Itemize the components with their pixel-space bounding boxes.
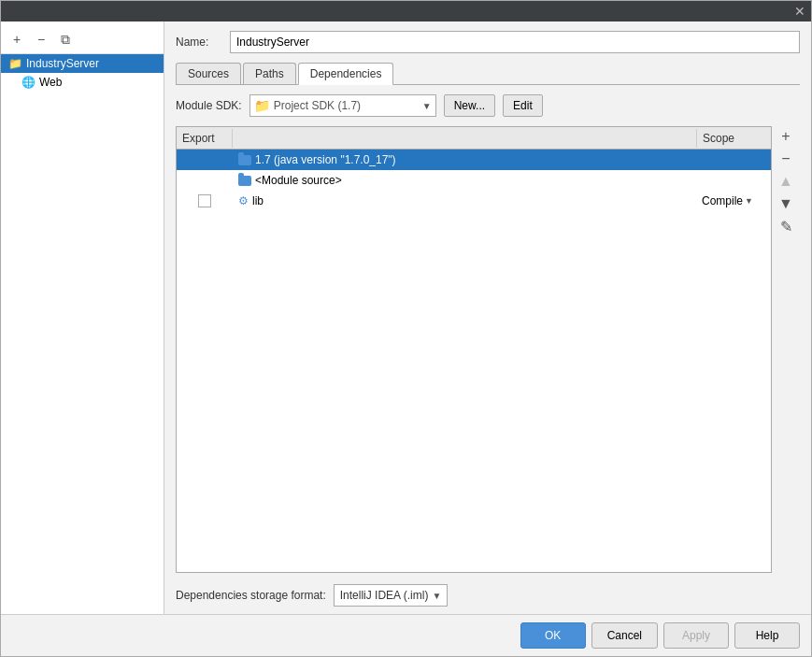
deps-edit-button[interactable]: ✎ [776,216,796,236]
storage-format-arrow-icon: ▼ [432,591,441,601]
ok-button[interactable]: OK [520,622,586,649]
name-row: Name: [176,31,800,53]
deps-row-sdk-name: 1.7 (java version "1.7.0_17") [233,151,696,168]
storage-format-dropdown[interactable]: IntelliJ IDEA (.iml) ▼ [334,584,449,607]
deps-table-header: Export Scope [177,127,771,150]
deps-up-button[interactable]: ▲ [776,171,796,192]
sidebar-add-button[interactable]: + [7,29,27,50]
cancel-button[interactable]: Cancel [591,622,658,649]
tab-paths[interactable]: Paths [243,63,296,84]
bottom-bar: OK Cancel Apply Help [1,614,811,656]
sdk-dropdown-arrow-icon: ▼ [422,101,432,111]
deps-side-buttons: + − ▲ ▼ ✎ [772,126,800,573]
module-sdk-row: Module SDK: 📁 Project SDK (1.7) ▼ New...… [176,94,800,117]
sidebar-toolbar: + − ⧉ [1,25,164,54]
deps-row-sdk-export [177,158,233,162]
col-export-header: Export [177,129,233,148]
sdk-dropdown-text: Project SDK (1.7) [274,99,419,112]
project-structure-dialog: ✕ + − ⧉ 📁 IndustryServer 🌐 Web Name: [0,0,812,657]
name-label: Name: [176,36,222,49]
deps-row-lib-scope[interactable]: Compile ▼ [696,193,771,209]
deps-container: Export Scope 1.7 (java version "1.7.0_17… [176,126,800,573]
deps-row-lib-name: ⚙ lib [233,193,696,209]
web-module-icon: 🌐 [21,76,36,89]
lib-export-checkbox[interactable] [198,194,211,207]
name-input[interactable] [230,31,800,53]
deps-row-module-export [177,179,233,182]
deps-row-lib[interactable]: ⚙ lib Compile ▼ [177,191,771,211]
sidebar-item-label: IndustryServer [26,57,99,70]
sidebar-item-web[interactable]: 🌐 Web [1,73,164,92]
storage-format-text: IntelliJ IDEA (.iml) [340,589,429,602]
sdk-edit-button[interactable]: Edit [503,94,543,117]
sdk-new-button[interactable]: New... [444,94,495,117]
sidebar: + − ⧉ 📁 IndustryServer 🌐 Web [1,21,164,614]
deps-row-lib-export[interactable] [177,193,233,209]
apply-button[interactable]: Apply [663,622,729,649]
lib-icon: ⚙ [238,194,249,207]
tabs: Sources Paths Dependencies [176,63,800,85]
sdk-dropdown[interactable]: 📁 Project SDK (1.7) ▼ [249,94,436,117]
title-bar: ✕ [1,1,811,21]
tab-dependencies[interactable]: Dependencies [298,63,394,85]
sidebar-sub-item-label: Web [39,76,62,89]
deps-row-sdk[interactable]: 1.7 (java version "1.7.0_17") [177,150,771,170]
deps-row-module-name: <Module source> [233,172,696,189]
close-button[interactable]: ✕ [794,5,805,18]
col-name-header [233,136,696,141]
module-source-folder-icon [238,176,251,186]
deps-add-button[interactable]: + [776,126,796,147]
scope-dropdown-arrow-icon: ▼ [745,196,753,206]
deps-row-sdk-scope [696,158,771,162]
deps-table: Export Scope 1.7 (java version "1.7.0_17… [176,126,772,573]
storage-format-row: Dependencies storage format: IntelliJ ID… [176,577,800,614]
sdk-folder-icon: 📁 [254,98,270,113]
col-scope-header: Scope [696,129,771,148]
tab-sources[interactable]: Sources [176,63,241,84]
sdk-folder-icon-row [238,155,251,165]
content-area: + − ⧉ 📁 IndustryServer 🌐 Web Name: S [1,21,811,614]
deps-down-button[interactable]: ▼ [776,193,796,214]
module-sdk-label: Module SDK: [176,99,242,112]
sidebar-remove-button[interactable]: − [31,29,51,50]
sidebar-item-industry-server[interactable]: 📁 IndustryServer [1,54,164,73]
deps-row-module-source[interactable]: <Module source> [177,170,771,191]
help-button[interactable]: Help [734,622,800,649]
module-icon: 📁 [8,57,22,70]
deps-remove-button[interactable]: − [776,149,796,169]
deps-row-module-scope [696,179,771,182]
right-panel: Name: Sources Paths Dependencies Module … [164,21,811,614]
storage-format-label: Dependencies storage format: [176,589,326,602]
sidebar-copy-button[interactable]: ⧉ [55,29,76,50]
